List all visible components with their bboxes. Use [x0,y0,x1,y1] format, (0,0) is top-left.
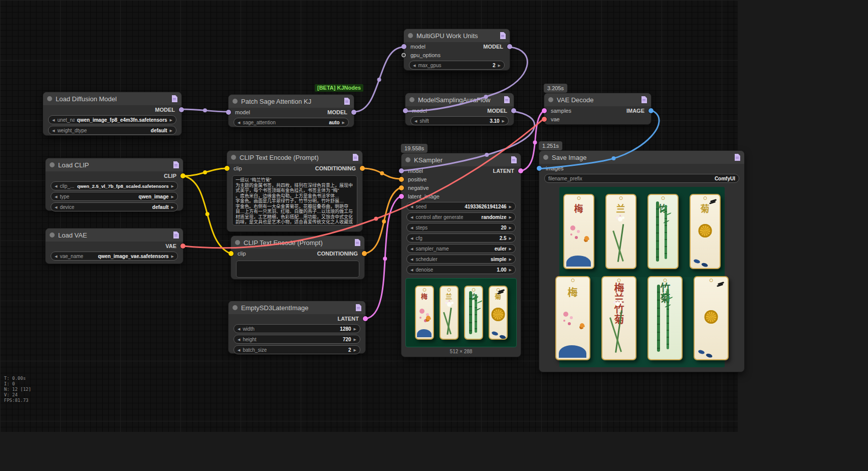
prev-arrow[interactable]: ◀ [410,215,413,219]
output-port-latent[interactable] [518,168,523,173]
next-arrow[interactable]: ▶ [509,226,512,229]
prev-arrow[interactable]: ◀ [52,129,55,132]
prev-arrow[interactable]: ◀ [410,258,413,261]
note-icon[interactable] [171,95,177,102]
note-icon[interactable] [500,32,506,39]
input-port-vae[interactable] [542,117,547,122]
note-icon[interactable] [734,154,740,161]
next-arrow[interactable]: ▶ [509,237,512,240]
collapse-dot[interactable] [47,96,52,101]
prev-arrow[interactable]: ◀ [238,121,240,124]
widget-height[interactable]: ◀ height 720 ▶ [234,335,360,344]
prev-arrow[interactable]: ◀ [55,195,57,198]
widget-cfg[interactable]: ◀ cfg 2.5 ▶ [406,233,516,243]
node-patch-sage-attention[interactable]: Patch Sage Attention KJ model MODEL ◀ sa… [228,94,354,127]
prev-arrow[interactable]: ◀ [238,338,240,341]
prev-arrow[interactable]: ◀ [55,184,57,188]
widget-shift[interactable]: ◀ shift 3.10 ▶ [410,116,509,125]
widget-max-gpus[interactable]: ◀ max_gpus 2 ▶ [409,61,505,70]
note-icon[interactable] [344,98,350,105]
node-empty-sd3-latent[interactable]: EmptySD3LatentImage LATENT ◀ width 1280 … [228,301,366,354]
next-arrow[interactable]: ▶ [354,348,356,352]
input-port-gpu-options[interactable] [401,53,406,57]
input-port-clip[interactable] [225,166,230,171]
widget-steps[interactable]: ◀ steps 20 ▶ [406,223,516,232]
node-save-image[interactable]: Save Image images filename_prefix ComfyU… [539,150,745,372]
prompt-textarea[interactable]: 一组以 “梅兰竹菊” 为主题的金属书签，共四枚，排列在深绿色背景上，展现中式美学… [232,175,357,225]
widget-denoise[interactable]: ◀ denoise 1.00 ▶ [406,265,516,274]
collapse-dot[interactable] [235,240,240,245]
output-port-image[interactable] [648,108,654,113]
prev-arrow[interactable]: ◀ [52,118,55,122]
prev-arrow[interactable]: ◀ [410,237,413,240]
output-port-model[interactable] [507,44,512,49]
next-arrow[interactable]: ▶ [171,205,174,209]
node-vae-decode[interactable]: VAE Decode samples IMAGE vae [544,93,652,125]
collapse-dot[interactable] [408,33,413,38]
next-arrow[interactable]: ▶ [171,184,174,188]
collapse-dot[interactable] [543,155,548,160]
node-clip-text-encode-negative[interactable]: CLIP Text Encode (Prompt) clip CONDITION… [231,236,365,280]
next-arrow[interactable]: ▶ [509,258,512,261]
node-multigpu-work-units[interactable]: MultiGPU Work Units model MODEL gpu_opti… [403,29,510,71]
next-arrow[interactable]: ▶ [502,119,505,123]
prev-arrow[interactable]: ◀ [414,119,417,123]
next-arrow[interactable]: ▶ [509,247,512,251]
output-port-model[interactable] [179,107,184,112]
widget-sage-attention[interactable]: ◀ sage_attention auto ▶ [234,118,349,127]
next-arrow[interactable]: ▶ [171,255,174,258]
next-arrow[interactable]: ▶ [170,118,172,122]
input-port-model[interactable] [399,168,404,173]
prev-arrow[interactable]: ◀ [55,205,57,209]
next-arrow[interactable]: ▶ [354,338,356,341]
collapse-dot[interactable] [405,157,410,162]
prev-arrow[interactable]: ◀ [410,226,413,229]
input-port-model[interactable] [403,108,408,113]
output-port-conditioning[interactable] [362,251,367,256]
note-icon[interactable] [173,161,179,168]
widget-clip-name[interactable]: ◀ clip_... qwen_2.5_vl_7b_fp8_scaled.saf… [51,181,178,190]
note-icon[interactable] [173,231,179,239]
collapse-dot[interactable] [233,99,238,104]
node-model-sampling-auraflow[interactable]: ModelSamplingAuraFlow model MODEL ◀ shif… [405,93,514,126]
output-port-vae[interactable] [180,244,185,249]
prev-arrow[interactable]: ◀ [413,64,415,67]
collapse-dot[interactable] [548,97,553,102]
prev-arrow[interactable]: ◀ [410,247,413,251]
widget-batch-size[interactable]: ◀ batch_size 2 ▶ [234,345,360,354]
note-icon[interactable] [641,96,647,103]
note-icon[interactable] [504,96,510,103]
prev-arrow[interactable]: ◀ [238,348,240,352]
note-icon[interactable] [354,239,360,246]
node-load-clip[interactable]: Load CLIP CLIP ◀ clip_... qwen_2.5_vl_7b… [45,158,183,211]
widget-scheduler[interactable]: ◀ scheduler simple ▶ [406,255,516,264]
output-port-clip[interactable] [180,173,185,178]
widget-control-after-generate[interactable]: ◀ control after generate randomize ▶ [406,212,516,221]
prev-arrow[interactable]: ◀ [238,327,240,331]
node-load-diffusion-model[interactable]: Load Diffusion Model MODEL ◀ unet_na... … [43,92,182,136]
next-arrow[interactable]: ▶ [354,327,356,331]
next-arrow[interactable]: ▶ [170,129,172,132]
widget-device[interactable]: ◀ device default ▶ [51,202,178,211]
input-port-model[interactable] [226,110,231,115]
note-icon[interactable] [352,154,358,161]
collapse-dot[interactable] [409,97,414,102]
prev-arrow[interactable]: ◀ [55,255,57,258]
input-port-negative[interactable] [399,185,404,190]
widget-filename-prefix[interactable]: filename_prefix ComfyUI [544,174,739,183]
widget-type[interactable]: ◀ type qwen_image ▶ [51,192,178,201]
widget-sampler-name[interactable]: ◀ sampler_name euler ▶ [406,244,516,253]
next-arrow[interactable]: ▶ [509,205,512,208]
widget-seed[interactable]: ◀ seed 419336261941246 ▶ [406,202,516,211]
input-port-latent-image[interactable] [399,194,404,199]
prev-arrow[interactable]: ◀ [410,268,413,272]
node-load-vae[interactable]: Load VAE VAE ◀ vae_name qwen_image_vae.s… [45,228,183,264]
input-port-positive[interactable] [399,177,404,182]
next-arrow[interactable]: ▶ [498,64,501,67]
output-port-model[interactable] [511,108,516,113]
collapse-dot[interactable] [50,162,55,167]
widget-weight-dtype[interactable]: ◀ weight_dtype default ▶ [48,126,176,135]
next-arrow[interactable]: ▶ [509,215,512,219]
input-port-samples[interactable] [542,108,547,113]
next-arrow[interactable]: ▶ [509,268,512,272]
